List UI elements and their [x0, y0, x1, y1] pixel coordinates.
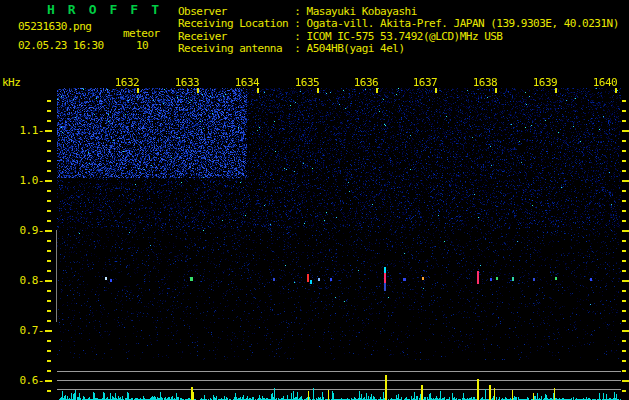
freq-tick-mark-left: [47, 140, 51, 142]
freq-tick-mark-right: [622, 380, 629, 382]
time-tick-mark: [376, 88, 378, 93]
freq-tick-mark-left: [47, 250, 51, 252]
freq-tick-mark-right: [622, 180, 629, 182]
freq-tick-mark-right: [622, 330, 629, 332]
page-title: HROFFT: [47, 3, 172, 16]
time-tick-mark: [317, 88, 319, 93]
freq-tick-mark-left: [47, 190, 51, 192]
freq-tick-mark-right: [622, 280, 629, 282]
freq-tick-mark-left: [47, 360, 51, 362]
freq-tick-mark-right: [622, 130, 629, 132]
freq-tick-mark-right: [622, 170, 626, 172]
freq-tick-mark-left: [47, 340, 51, 342]
time-tick-mark: [257, 88, 259, 93]
filename-label: 05231630.png: [18, 21, 91, 32]
hrofft-image: HROFFT 05231630.png meteor 02.05.23 16:3…: [0, 0, 629, 400]
freq-tick-mark-right: [622, 100, 626, 102]
spectrogram-left-border: [56, 230, 57, 322]
freq-tick-mark-left: [47, 210, 51, 212]
freq-tick-mark-right: [622, 390, 626, 392]
freq-tick-mark-left: [47, 350, 51, 352]
time-tick-mark: [137, 88, 139, 93]
freq-tick-mark-right: [622, 350, 626, 352]
freq-tick-mark-left: [47, 370, 51, 372]
freq-tick-mark-right: [622, 270, 626, 272]
freq-tick-mark-right: [622, 290, 626, 292]
freq-tick-label: 0.6-: [0, 375, 44, 386]
freq-tick-mark-right: [622, 110, 626, 112]
freq-tick-mark-left: [47, 390, 51, 392]
freq-tick-mark-left: [45, 130, 52, 132]
freq-tick-mark-right: [622, 140, 626, 142]
freq-tick-mark-right: [622, 160, 626, 162]
station-row: Receiving antenna : A504HB(yagi 4el): [178, 43, 619, 55]
freq-tick-mark-right: [622, 360, 626, 362]
freq-tick-mark-left: [47, 290, 51, 292]
time-tick-mark: [615, 88, 617, 93]
freq-tick-label: 1.0-: [0, 175, 44, 186]
time-tick-label: 1640: [593, 77, 618, 88]
freq-tick-mark-left: [47, 320, 51, 322]
freq-tick-label: 0.9-: [0, 225, 44, 236]
strength-trace-canvas: [57, 358, 621, 400]
freq-tick-mark-right: [622, 240, 626, 242]
freq-tick-mark-left: [47, 100, 51, 102]
freq-tick-mark-right: [622, 300, 626, 302]
time-tick-label: 1635: [295, 77, 320, 88]
time-tick-label: 1636: [354, 77, 379, 88]
freq-tick-mark-left: [47, 150, 51, 152]
mode-label: meteor: [123, 28, 160, 39]
freq-tick-mark-right: [622, 210, 626, 212]
freq-tick-mark-left: [47, 200, 51, 202]
freq-tick-mark-left: [45, 280, 52, 282]
freq-tick-mark-left: [47, 310, 51, 312]
freq-tick-mark-left: [47, 220, 51, 222]
freq-tick-mark-left: [47, 110, 51, 112]
freq-tick-mark-right: [622, 260, 626, 262]
freq-tick-mark-right: [622, 120, 626, 122]
station-info: Observer : Masayuki KobayashiReceiving L…: [178, 6, 619, 56]
time-tick-label: 1633: [175, 77, 200, 88]
freq-tick-mark-left: [45, 180, 52, 182]
time-tick-mark: [197, 88, 199, 93]
freq-tick-mark-left: [47, 160, 51, 162]
freq-tick-mark-left: [47, 240, 51, 242]
freq-tick-mark-left: [47, 260, 51, 262]
freq-tick-mark-right: [622, 340, 626, 342]
freq-tick-mark-left: [47, 300, 51, 302]
time-tick-label: 1637: [413, 77, 438, 88]
time-tick-mark: [435, 88, 437, 93]
freq-tick-mark-right: [622, 220, 626, 222]
freq-tick-label: 1.1-: [0, 125, 44, 136]
time-tick-mark: [495, 88, 497, 93]
freq-unit-label: kHz: [2, 77, 20, 88]
freq-tick-label: 0.8-: [0, 275, 44, 286]
station-row: Receiving Location : Ogata-vill. Akita-P…: [178, 18, 619, 30]
freq-tick-mark-right: [622, 250, 626, 252]
freq-tick-mark-left: [45, 230, 52, 232]
freq-tick-mark-right: [622, 190, 626, 192]
freq-tick-mark-right: [622, 320, 626, 322]
time-tick-label: 1632: [115, 77, 140, 88]
time-tick-mark: [555, 88, 557, 93]
time-tick-label: 1638: [473, 77, 498, 88]
freq-tick-mark-left: [47, 170, 51, 172]
freq-tick-mark-right: [622, 200, 626, 202]
freq-tick-mark-right: [622, 150, 626, 152]
freq-tick-mark-left: [47, 120, 51, 122]
time-tick-label: 1639: [533, 77, 558, 88]
freq-tick-mark-left: [45, 380, 52, 382]
freq-tick-mark-left: [47, 270, 51, 272]
datetime-label: 02.05.23 16:30: [18, 40, 104, 51]
meteor-count-label: 10: [136, 40, 148, 51]
time-tick-label: 1634: [235, 77, 260, 88]
freq-tick-mark-right: [622, 310, 626, 312]
freq-tick-mark-right: [622, 230, 629, 232]
freq-tick-mark-left: [45, 330, 52, 332]
spectrogram-canvas: [57, 88, 621, 360]
freq-tick-mark-right: [622, 370, 626, 372]
freq-tick-label: 0.7-: [0, 325, 44, 336]
